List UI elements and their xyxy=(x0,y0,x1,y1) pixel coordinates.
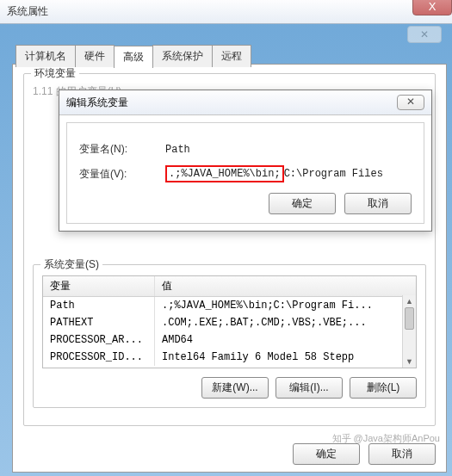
env-dialog-footer: 确定 取消 xyxy=(293,443,436,465)
window-title: 系统属性 xyxy=(7,4,48,19)
tab-strip: 计算机名 硬件 高级 系统保护 远程 xyxy=(15,45,452,67)
system-properties-titlebar: 系统属性 X xyxy=(0,0,452,24)
dialog-close-button[interactable]: ✕ xyxy=(397,95,424,110)
dialog-titlebar: 编辑系统变量 ✕ xyxy=(59,90,431,115)
variable-value-field[interactable]: .;%JAVA_HOME%\bin;C:\Program Files xyxy=(165,165,383,182)
list-header: 变量 值 xyxy=(43,276,416,297)
scroll-down-icon[interactable]: ▼ xyxy=(403,355,416,368)
background-close-button[interactable]: ✕ xyxy=(407,26,442,43)
scroll-thumb[interactable] xyxy=(405,307,414,330)
advanced-tab-page: 环境变量 1.11 的用户变量(U) 编辑系统变量 ✕ 变量名(N): Path… xyxy=(12,64,447,473)
row-value: .;%JAVA_HOME%\bin;C:\Program Fi... xyxy=(155,297,416,314)
table-row[interactable]: PATHEXT .COM;.EXE;.BAT;.CMD;.VBS;.VBE;..… xyxy=(43,314,416,331)
edit-system-variable-dialog: 编辑系统变量 ✕ 变量名(N): Path 变量值(V): .;%JAVA_HO… xyxy=(59,90,432,232)
env-group-legend: 环境变量 xyxy=(31,66,79,81)
col-value[interactable]: 值 xyxy=(155,276,416,296)
row-value: AMD64 xyxy=(155,331,416,349)
variable-value-rest: C:\Program Files xyxy=(284,168,383,180)
delete-variable-button[interactable]: 删除(L) xyxy=(350,377,417,399)
list-scrollbar[interactable]: ▲ ▼ xyxy=(402,295,416,368)
new-variable-button[interactable]: 新建(W)... xyxy=(201,377,269,399)
sys-group-legend: 系统变量(S) xyxy=(40,257,102,272)
row-name: Path xyxy=(43,297,155,314)
tab-computer-name[interactable]: 计算机名 xyxy=(15,45,76,67)
edit-variable-button[interactable]: 编辑(I)... xyxy=(276,377,343,399)
table-row[interactable]: Path .;%JAVA_HOME%\bin;C:\Program Fi... xyxy=(43,297,416,314)
dialog-cancel-button[interactable]: 取消 xyxy=(344,193,412,214)
system-variables-list[interactable]: 变量 值 Path .;%JAVA_HOME%\bin;C:\Program F… xyxy=(42,275,417,368)
row-value: .COM;.EXE;.BAT;.CMD;.VBS;.VBE;... xyxy=(155,314,416,331)
tab-system-protection[interactable]: 系统保护 xyxy=(152,45,213,67)
variable-value-row: 变量值(V): .;%JAVA_HOME%\bin;C:\Program Fil… xyxy=(79,165,412,182)
tab-hardware[interactable]: 硬件 xyxy=(75,45,115,67)
variable-name-row: 变量名(N): Path xyxy=(79,142,412,157)
row-value: Intel64 Family 6 Model 58 Stepp xyxy=(155,349,416,366)
watermark: 知乎 @Java架构师AnPou xyxy=(332,432,441,445)
system-vars-buttons: 新建(W)... 编辑(I)... 删除(L) xyxy=(42,377,417,399)
tab-remote[interactable]: 远程 xyxy=(212,45,251,67)
dialog-title: 编辑系统变量 xyxy=(66,96,128,110)
table-row[interactable]: PROCESSOR_AR... AMD64 xyxy=(43,331,416,349)
environment-variables-group: 环境变量 1.11 的用户变量(U) 编辑系统变量 ✕ 变量名(N): Path… xyxy=(23,73,436,426)
col-variable[interactable]: 变量 xyxy=(43,276,155,296)
window-close-button[interactable]: X xyxy=(412,0,452,15)
env-cancel-button[interactable]: 取消 xyxy=(368,443,436,465)
row-name: PROCESSOR_AR... xyxy=(43,331,155,349)
dialog-ok-button[interactable]: 确定 xyxy=(269,193,336,214)
variable-value-label: 变量值(V): xyxy=(79,167,165,182)
env-ok-button[interactable]: 确定 xyxy=(293,443,360,465)
system-variables-group: 系统变量(S) 变量 值 Path .;%JAVA_HOME%\bin;C:\P… xyxy=(33,264,426,408)
row-name: PROCESSOR_ID... xyxy=(43,349,155,366)
variable-name-label: 变量名(N): xyxy=(79,142,165,157)
list-rows: Path .;%JAVA_HOME%\bin;C:\Program Fi... … xyxy=(43,297,416,366)
table-row[interactable]: PROCESSOR_ID... Intel64 Family 6 Model 5… xyxy=(43,349,416,366)
row-name: PATHEXT xyxy=(43,314,155,331)
tab-advanced[interactable]: 高级 xyxy=(114,46,153,68)
dialog-button-row: 确定 取消 xyxy=(79,193,412,214)
scroll-up-icon[interactable]: ▲ xyxy=(403,295,416,307)
variable-value-highlight: .;%JAVA_HOME%\bin; xyxy=(165,165,284,182)
dialog-body: 变量名(N): Path 变量值(V): .;%JAVA_HOME%\bin;C… xyxy=(66,122,424,224)
variable-name-field[interactable]: Path xyxy=(165,144,190,156)
